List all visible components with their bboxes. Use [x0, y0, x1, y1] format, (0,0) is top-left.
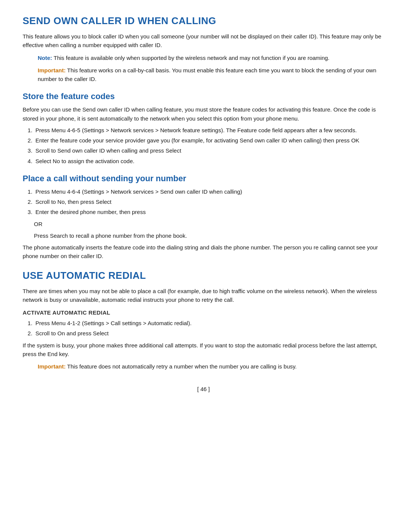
list-item: Press Menu 4-6-4 (Settings > Network ser…: [34, 187, 384, 196]
list-item: Press Menu 4-1-2 (Settings > Call settin…: [34, 319, 384, 327]
send-own-caller-id-intro: This feature allows you to block caller …: [23, 32, 384, 50]
redial-important-label: Important:: [38, 363, 66, 370]
activate-automatic-redial-title: ACTIVATE AUTOMATIC REDIAL: [23, 309, 384, 316]
note-text: This feature is available only when supp…: [54, 55, 329, 61]
press-search-text: Press Search to recall a phone number fr…: [34, 231, 384, 240]
list-item: Enter the feature code your service prov…: [34, 136, 384, 145]
place-call-title: Place a call without sending your number: [23, 174, 384, 183]
list-item: Scroll to Send own caller ID when callin…: [34, 146, 384, 155]
store-feature-codes-title: Store the feature codes: [23, 92, 384, 101]
use-automatic-redial-intro: There are times when you may not be able…: [23, 287, 384, 304]
page-footer: [ 46 ]: [23, 386, 384, 392]
use-automatic-redial-outro: If the system is busy, your phone makes …: [23, 341, 384, 359]
redial-important-text: This feature does not automatically retr…: [67, 363, 297, 370]
list-item: Select No to assign the activation code.: [34, 157, 384, 165]
important-label: Important:: [38, 67, 66, 73]
place-call-outro: The phone automatically inserts the feat…: [23, 243, 384, 261]
list-item: Enter the desired phone number, then pre…: [34, 208, 384, 216]
note-block: Note: This feature is available only whe…: [38, 54, 384, 62]
or-block: OR: [34, 220, 384, 228]
store-feature-codes-steps: Press Menu 4-6-5 (Settings > Network ser…: [34, 126, 384, 165]
use-automatic-redial-title: USE AUTOMATIC REDIAL: [23, 270, 384, 281]
send-own-caller-id-title: SEND OWN CALLER ID WHEN CALLING: [23, 15, 384, 27]
press-search: Press Search to recall a phone number fr…: [34, 231, 384, 240]
important-text: This feature works on a call-by-call bas…: [38, 67, 376, 82]
or-text: OR: [34, 220, 384, 228]
list-item: Scroll to On and press Select: [34, 329, 384, 338]
page-content: SEND OWN CALLER ID WHEN CALLING This fea…: [23, 15, 384, 392]
list-item: Press Menu 4-6-5 (Settings > Network ser…: [34, 126, 384, 135]
important-block: Important: This feature works on a call-…: [38, 66, 384, 84]
page-number: [ 46 ]: [197, 386, 210, 392]
list-item: Scroll to No, then press Select: [34, 197, 384, 206]
note-label: Note:: [38, 55, 52, 61]
activate-steps: Press Menu 4-1-2 (Settings > Call settin…: [34, 319, 384, 338]
store-feature-codes-intro: Before you can use the Send own caller I…: [23, 105, 384, 123]
redial-important-block: Important: This feature does not automat…: [38, 362, 384, 371]
place-call-steps: Press Menu 4-6-4 (Settings > Network ser…: [34, 187, 384, 217]
